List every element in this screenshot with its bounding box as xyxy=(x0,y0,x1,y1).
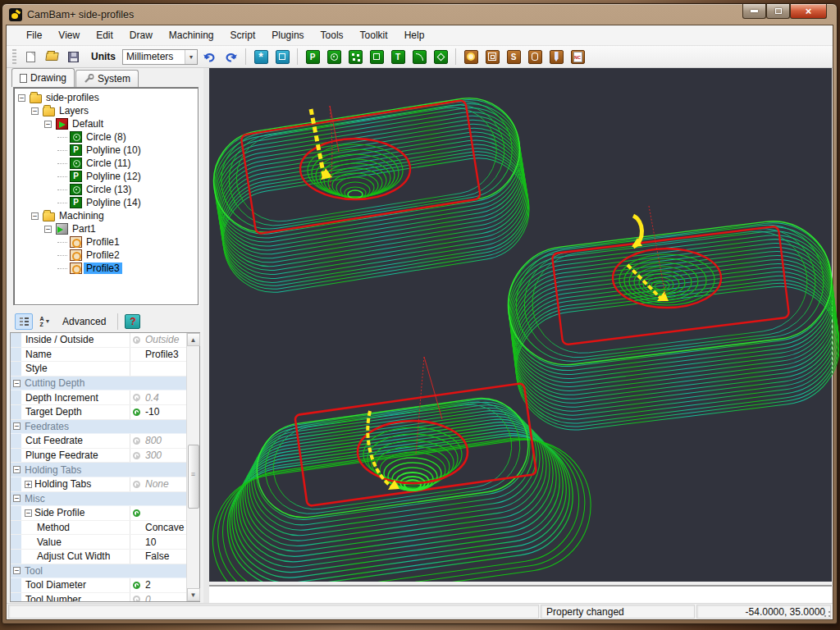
new-file-button[interactable] xyxy=(21,48,40,66)
property-row[interactable]: −Side Profile xyxy=(11,506,186,521)
scroll-down-button[interactable]: ▼ xyxy=(187,588,200,601)
default-value-icon[interactable] xyxy=(133,481,140,488)
property-row[interactable]: MethodConcave Radius xyxy=(11,521,186,536)
property-row[interactable]: Plunge Feedrate300 xyxy=(11,449,186,463)
close-button[interactable]: × xyxy=(790,4,827,19)
units-combobox[interactable]: Millimeters ▾ xyxy=(122,49,198,65)
default-value-icon[interactable] xyxy=(133,596,140,601)
tree-node-part[interactable]: − Part1 xyxy=(14,222,198,235)
draw-circle-button[interactable] xyxy=(324,48,344,66)
menu-plugins[interactable]: Plugins xyxy=(263,26,312,44)
collapse-icon[interactable]: − xyxy=(44,121,52,128)
property-category[interactable]: −Feedrates xyxy=(11,420,186,435)
default-value-icon[interactable] xyxy=(133,336,140,344)
restore-button[interactable] xyxy=(766,4,790,19)
advanced-button[interactable]: Advanced xyxy=(57,314,111,329)
tree-node-layers[interactable]: − Layers xyxy=(14,104,198,117)
redo-button[interactable] xyxy=(221,48,240,66)
toolbar-grip[interactable] xyxy=(12,49,16,64)
draw-polyline-button[interactable]: P xyxy=(303,48,322,66)
set-value-icon[interactable] xyxy=(133,582,140,589)
tree-node-profile2[interactable]: Profile2 xyxy=(14,249,198,262)
snap-grid-button[interactable] xyxy=(272,48,292,66)
collapse-icon[interactable]: − xyxy=(13,422,21,430)
draw-rectangle-button[interactable] xyxy=(367,48,386,66)
draw-text-button[interactable]: T xyxy=(388,48,408,66)
property-category[interactable]: −Misc xyxy=(11,492,186,507)
tree-node-root[interactable]: − side-profiles xyxy=(14,91,198,104)
property-category[interactable]: −Tool xyxy=(11,564,186,579)
collapse-icon[interactable]: − xyxy=(18,94,25,102)
machine-engrave-button[interactable]: S xyxy=(504,48,523,66)
tree-node-shape[interactable]: Circle (13) xyxy=(14,183,198,196)
tree-node-layer-default[interactable]: − Default xyxy=(14,117,198,130)
property-row[interactable]: +Holding TabsNone xyxy=(11,477,186,492)
menu-script[interactable]: Script xyxy=(222,26,264,44)
save-button[interactable] xyxy=(63,48,83,66)
collapse-icon[interactable]: − xyxy=(31,212,39,220)
tree-node-shape[interactable]: PPolyline (10) xyxy=(14,144,198,157)
drawing-tree[interactable]: − side-profiles − Layers − Defaul xyxy=(13,87,199,305)
property-category[interactable]: −Holding Tabs xyxy=(11,463,186,477)
tree-node-shape[interactable]: Circle (8) xyxy=(14,130,198,144)
machine-lathe-button[interactable] xyxy=(546,48,566,66)
set-value-icon[interactable] xyxy=(133,409,140,416)
tab-system[interactable]: System xyxy=(75,70,139,87)
undo-button[interactable] xyxy=(199,48,219,66)
title-bar[interactable]: CamBam+ side-profiles xyxy=(2,4,837,25)
property-row[interactable]: Adjust Cut WidthFalse xyxy=(11,550,186,564)
resize-grip[interactable] xyxy=(822,609,832,619)
tree-node-shape[interactable]: Circle (11) xyxy=(14,157,198,170)
viewport-3d[interactable] xyxy=(209,68,832,582)
menu-help[interactable]: Help xyxy=(396,26,433,44)
alphabetical-sort-button[interactable]: AZ▼ xyxy=(36,313,54,330)
default-value-icon[interactable] xyxy=(133,437,140,445)
tree-node-machining[interactable]: − Machining xyxy=(14,209,198,222)
machine-pocket-button[interactable] xyxy=(482,48,502,66)
menu-toolkit[interactable]: Toolkit xyxy=(352,26,396,44)
menu-machining[interactable]: Machining xyxy=(161,26,222,44)
property-row[interactable]: Depth Increment0.4 xyxy=(11,390,186,405)
tree-node-profile1[interactable]: Profile1 xyxy=(14,235,198,249)
panel-splitter[interactable] xyxy=(203,68,209,603)
expand-icon[interactable]: + xyxy=(25,481,32,488)
menu-edit[interactable]: Edit xyxy=(88,26,121,44)
property-row[interactable]: Style xyxy=(11,362,186,377)
collapse-icon[interactable]: − xyxy=(13,495,21,502)
property-row[interactable]: NameProfile3 xyxy=(11,348,186,363)
tab-drawing[interactable]: Drawing xyxy=(11,68,75,87)
scroll-thumb[interactable] xyxy=(188,445,199,509)
set-value-icon[interactable] xyxy=(133,509,140,517)
categorized-view-button[interactable] xyxy=(15,313,33,330)
tree-node-shape[interactable]: PPolyline (12) xyxy=(14,170,198,183)
machine-drill-button[interactable] xyxy=(525,48,545,66)
collapse-icon[interactable]: − xyxy=(31,107,39,115)
property-row[interactable]: Tool Number0 xyxy=(11,593,186,601)
draw-points-button[interactable] xyxy=(345,48,365,66)
generate-gcode-button[interactable]: NC xyxy=(568,48,587,66)
draw-arc-button[interactable] xyxy=(409,48,429,66)
collapse-icon[interactable]: − xyxy=(13,380,21,387)
property-row[interactable]: Tool Diameter2 xyxy=(11,578,186,593)
menu-view[interactable]: View xyxy=(50,26,88,44)
tree-node-profile3-selected[interactable]: Profile3 xyxy=(14,262,198,275)
tree-root-label[interactable]: side-profiles xyxy=(43,92,102,103)
menu-file[interactable]: File xyxy=(18,26,50,44)
collapse-icon[interactable]: − xyxy=(13,466,21,473)
property-row[interactable]: Inside / OutsideOutside xyxy=(11,333,186,348)
tree-node-shape[interactable]: PPolyline (14) xyxy=(14,196,198,209)
minimize-button[interactable] xyxy=(742,4,766,19)
collapse-icon[interactable]: − xyxy=(25,509,32,517)
default-value-icon[interactable] xyxy=(133,452,140,459)
property-row[interactable]: Cut Feedrate800 xyxy=(11,434,186,449)
default-value-icon[interactable] xyxy=(133,394,140,401)
property-row[interactable]: Value10 xyxy=(11,535,186,550)
property-row[interactable]: Target Depth-10 xyxy=(11,405,186,420)
units-dropdown-icon[interactable]: ▾ xyxy=(185,50,197,64)
collapse-icon[interactable]: − xyxy=(44,226,52,233)
collapse-icon[interactable]: − xyxy=(13,567,21,574)
snap-points-button[interactable]: * xyxy=(251,48,271,66)
machine-profile-button[interactable] xyxy=(461,48,481,66)
open-file-button[interactable] xyxy=(42,48,62,66)
draw-surface-button[interactable] xyxy=(431,48,450,66)
